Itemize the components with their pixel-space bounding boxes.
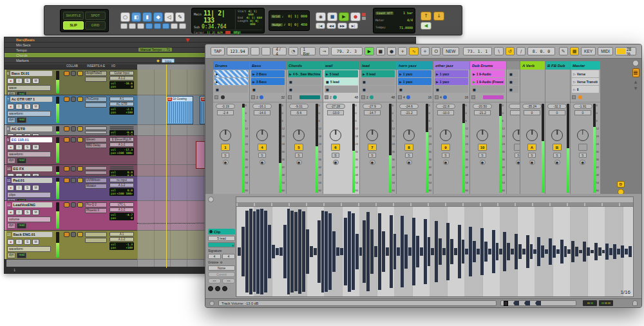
clip-slot-2[interactable]: ▶ xyxy=(214,78,248,85)
collab-user-icon[interactable] xyxy=(64,178,70,183)
pan-knob[interactable] xyxy=(403,129,415,141)
io-input[interactable]: A 1 xyxy=(109,232,134,236)
solo-button[interactable]: S xyxy=(258,153,266,158)
collab-sync-icon[interactable] xyxy=(71,178,77,183)
track-dyn-selector[interactable]: dyn xyxy=(7,91,15,95)
track-header[interactable]: other jazz xyxy=(433,61,469,70)
audio-clip[interactable]: 11 Gil Gowing xyxy=(166,96,193,124)
zoom-toggle-button[interactable] xyxy=(120,23,128,29)
clip-slot-3[interactable]: ▷ 8 xyxy=(572,86,599,93)
arm-button[interactable]: ● xyxy=(223,160,229,165)
io-output[interactable]: A 1-2 xyxy=(109,142,134,147)
loop-start-field[interactable]: 73. 1. 1 xyxy=(463,47,493,55)
clip-launch-icon[interactable]: ▷ xyxy=(573,80,576,84)
track-record-button[interactable]: ● xyxy=(7,209,14,215)
clip-slot-3[interactable]: ■ xyxy=(214,86,248,93)
clip-slot-3[interactable]: ■ xyxy=(325,86,358,93)
scrub-tool-button[interactable]: ◁ xyxy=(164,12,174,22)
solo-button[interactable]: S xyxy=(368,153,376,158)
tempo-down-button[interactable]: ↓ xyxy=(433,12,444,21)
track-header[interactable]: horn yazz xyxy=(397,61,433,70)
zoom-preset-5[interactable] xyxy=(179,23,186,29)
signature-denominator[interactable]: 4 xyxy=(222,254,235,259)
clip-slot-3[interactable]: ■ xyxy=(398,86,431,93)
clip-slot-2[interactable]: ▶ 1 yazz xyxy=(435,78,468,85)
track-automation-mode[interactable]: read xyxy=(17,158,26,164)
ruler-label[interactable]: Chords xyxy=(5,53,137,57)
track-input-button[interactable]: I xyxy=(15,239,23,245)
marker-intro[interactable]: Intro xyxy=(162,59,175,63)
ruler-label[interactable]: Tempo xyxy=(5,48,137,52)
track-input-button[interactable]: I xyxy=(15,185,23,191)
track-header[interactable]: Drums xyxy=(213,61,249,70)
pan-knob[interactable] xyxy=(366,129,378,141)
io-input[interactable]: no input xyxy=(109,178,134,182)
arm-button[interactable]: ● xyxy=(554,160,560,165)
computer-midi-keyboard-button[interactable]: ▦ xyxy=(570,47,579,55)
clip-slot-2[interactable]: ■ xyxy=(361,78,395,85)
clip-slot-3[interactable]: ■ xyxy=(471,86,505,93)
collab-sync-icon[interactable] xyxy=(71,137,77,142)
track-row[interactable]: 8 AC GTR ● I S M waveform dyn read xyxy=(5,125,137,136)
device-strip[interactable] xyxy=(483,95,504,99)
pan-value[interactable]: 0 xyxy=(131,216,133,220)
stop-button[interactable]: ■ xyxy=(376,47,385,55)
tempo-up-button[interactable]: ↑ xyxy=(421,12,431,21)
edit-mode-button[interactable]: SHUFFLE xyxy=(63,12,84,20)
input-channel[interactable]: 4 xyxy=(440,95,442,99)
track-solo-button[interactable]: S xyxy=(24,239,31,245)
track-header[interactable]: lead xyxy=(360,61,396,70)
arm-button[interactable]: ● xyxy=(260,160,265,165)
loop-length-field[interactable]: 8. 0. 0 xyxy=(527,47,554,55)
return-to-zero-button[interactable]: |◀ xyxy=(316,23,325,29)
track-header[interactable] xyxy=(507,61,520,70)
clip-launch-icon[interactable]: ▶ xyxy=(216,80,218,84)
manual-tempo-tag[interactable]: Manual Tempo: ♩71 xyxy=(138,48,172,52)
track-activator[interactable]: 4 xyxy=(258,144,267,151)
ruler-bars-beats[interactable]: Bars|Beats 23456789101112131415161718 xyxy=(5,37,415,43)
clip-launch-icon[interactable]: ▶ xyxy=(473,72,475,76)
quantization-menu[interactable]: 1 Bar xyxy=(300,47,316,55)
sub-counter-value[interactable]: 0:34.764 xyxy=(202,24,227,30)
collab-share-icon[interactable] xyxy=(77,71,83,76)
clip-slot-1[interactable]: ▷ Verse xyxy=(572,70,599,77)
zoom-preset-1[interactable] xyxy=(146,23,153,29)
clip-stop-icon[interactable]: ■ xyxy=(252,88,256,91)
track-name[interactable]: Back ENG.01 xyxy=(12,232,52,237)
nudge-value[interactable]: 0| 0| 480 xyxy=(288,23,307,26)
peak-level-display[interactable]: -22.8 xyxy=(436,104,455,109)
track-record-button[interactable]: ● xyxy=(7,144,14,150)
track-record-button[interactable]: ● xyxy=(7,173,14,177)
track-record-button[interactable]: ● xyxy=(7,185,14,191)
track-activator[interactable]: B xyxy=(553,144,562,151)
clip-launch-icon[interactable]: ■ xyxy=(509,72,513,76)
track-row[interactable]: 6 Bass DI.01 ● I S M wave dyn read xyxy=(5,70,137,95)
volume-field[interactable]: 0 xyxy=(574,110,591,115)
clip-slot-1[interactable]: ▶ 2 Bass xyxy=(251,70,285,77)
clip-slot-3[interactable]: ■ xyxy=(251,86,285,93)
pan-value[interactable]: <100 100> xyxy=(117,151,133,155)
follow-button[interactable]: → xyxy=(319,47,328,55)
mixer-show-toggle[interactable] xyxy=(632,68,639,77)
crossfader-d-button[interactable]: D xyxy=(617,181,625,187)
collab-share-icon[interactable] xyxy=(77,232,83,237)
clip-slot-2[interactable]: ▶ 3 Bass xyxy=(251,78,285,85)
track-input-button[interactable]: I xyxy=(15,78,23,84)
io-input[interactable]: Guitar Input xyxy=(109,71,134,75)
track-mute-button[interactable]: M xyxy=(32,144,39,150)
ruler-label[interactable]: Min:Secs xyxy=(5,43,137,47)
zoom-in-button[interactable] xyxy=(137,23,144,29)
device-strip[interactable] xyxy=(375,95,390,99)
track-mute-button[interactable]: M xyxy=(32,185,39,191)
clip-launch-icon[interactable]: ▶ xyxy=(473,80,475,84)
crossfader-handle[interactable] xyxy=(504,301,508,306)
track-view-selector[interactable]: wave xyxy=(7,85,51,91)
device-strip[interactable] xyxy=(226,95,247,99)
playback-marker-icon[interactable]: ▼ xyxy=(185,38,189,43)
arm-button[interactable]: ● xyxy=(580,160,585,165)
clip-launch-icon[interactable]: ▶ xyxy=(216,72,218,76)
clip-slot-1[interactable]: ▶ 1 yazz xyxy=(435,70,468,77)
clip-slot-1[interactable]: ▶ xyxy=(214,70,248,77)
input-channel[interactable]: 2 xyxy=(256,95,258,99)
track-row[interactable]: 9 EG 11R.01 ● I S M waveform dyn read xyxy=(5,136,137,165)
